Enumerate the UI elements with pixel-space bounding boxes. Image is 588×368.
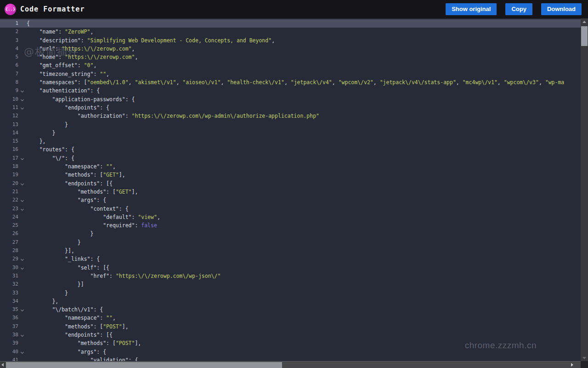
- plain-token: "methods": [: [27, 172, 103, 178]
- code-text: "methods": ["GET"],: [27, 188, 138, 196]
- plain-token: "\/": {: [27, 155, 74, 161]
- string-token: "0": [84, 62, 94, 69]
- code-text: "methods": ["POST"],: [27, 322, 129, 331]
- plain-token: ,: [113, 163, 116, 170]
- scroll-left-button[interactable]: [0, 362, 6, 368]
- copy-button[interactable]: Copy: [505, 3, 532, 15]
- code-line[interactable]: 40 "args": {: [0, 348, 581, 356]
- code-line[interactable]: 34 },: [0, 297, 581, 305]
- code-line[interactable]: 23 "context": {: [0, 205, 581, 213]
- code-line[interactable]: 1{: [0, 19, 581, 28]
- fold-toggle[interactable]: [18, 305, 27, 314]
- code-line[interactable]: 28 }],: [0, 247, 581, 255]
- code-line[interactable]: 14 }: [0, 129, 581, 137]
- scroll-up-button[interactable]: [581, 18, 588, 25]
- fold-gutter: [18, 280, 27, 288]
- show-original-button[interactable]: Show original: [446, 3, 497, 15]
- plain-token: "_links": {: [27, 256, 100, 262]
- fold-toggle[interactable]: [18, 95, 27, 104]
- code-line[interactable]: 12 "authorization": "https:\/\/zerowp.co…: [0, 112, 581, 120]
- download-button[interactable]: Download: [541, 3, 582, 15]
- code-line[interactable]: 29 "_links": {: [0, 255, 581, 263]
- line-number: 16: [0, 145, 18, 154]
- line-number: 18: [0, 162, 18, 171]
- code-line[interactable]: 22 "args": {: [0, 196, 581, 204]
- code-line[interactable]: 31 "href": "https:\/\/zerowp.com\/wp-jso…: [0, 272, 581, 280]
- code-line[interactable]: 8 "namespaces": ["oembed\/1.0", "akismet…: [0, 78, 581, 86]
- code-line[interactable]: 24 "default": "view",: [0, 213, 581, 221]
- plain-token: ,: [456, 79, 463, 86]
- code-line[interactable]: 13 }: [0, 121, 581, 129]
- code-line[interactable]: 33 }: [0, 289, 581, 297]
- fold-toggle[interactable]: [18, 154, 27, 162]
- string-token: "mc4wp\/v1": [463, 79, 498, 86]
- fold-toggle[interactable]: [18, 331, 27, 339]
- code-line[interactable]: 39 "methods": ["POST"],: [0, 339, 581, 347]
- code-text: }]: [27, 280, 84, 288]
- fold-toggle[interactable]: [18, 86, 27, 95]
- plain-token: ],: [122, 323, 129, 330]
- fold-toggle[interactable]: [18, 255, 27, 263]
- code-line[interactable]: 36 "namespace": "",: [0, 314, 581, 322]
- chevron-down-icon: [21, 308, 24, 311]
- fold-toggle[interactable]: [18, 264, 27, 272]
- line-number: 23: [0, 205, 18, 213]
- chevron-down-icon: [21, 89, 24, 92]
- code-text: "namespaces": ["oembed\/1.0", "akismet\/…: [27, 78, 564, 86]
- code-line[interactable]: 2 "name": "ZeroWP",: [0, 28, 581, 36]
- horizontal-scrollbar-thumb[interactable]: [6, 362, 282, 368]
- line-number: 5: [0, 53, 18, 61]
- fold-gutter: [18, 28, 27, 36]
- code-line[interactable]: 37 "methods": ["POST"],: [0, 322, 581, 331]
- fold-toggle[interactable]: [18, 196, 27, 204]
- code-text: "timezone_string": "",: [27, 70, 109, 78]
- code-editor[interactable]: 1{2 "name": "ZeroWP",3 "description": "S…: [0, 18, 581, 361]
- code-line[interactable]: 38 "endpoints": [{: [0, 331, 581, 339]
- code-line[interactable]: 32 }]: [0, 280, 581, 288]
- code-line[interactable]: 21 "methods": ["GET"],: [0, 188, 581, 196]
- fold-toggle[interactable]: [18, 104, 27, 112]
- code-line[interactable]: 17 "\/": {: [0, 154, 581, 162]
- code-line[interactable]: 9 "authentication": {: [0, 86, 581, 95]
- string-token: "GET": [116, 189, 132, 195]
- vertical-scrollbar[interactable]: [581, 18, 588, 361]
- line-number: 17: [0, 154, 18, 162]
- code-line[interactable]: 25 "required": false: [0, 221, 581, 230]
- code-line[interactable]: 10 "application-passwords": {: [0, 95, 581, 104]
- code-text: "required": false: [27, 221, 157, 230]
- code-line[interactable]: 6 "gmt_offset": "0",: [0, 61, 581, 69]
- fold-toggle[interactable]: [18, 205, 27, 213]
- code-line[interactable]: 16 "routes": {: [0, 145, 581, 154]
- horizontal-scrollbar[interactable]: [0, 361, 581, 368]
- line-number: 26: [0, 230, 18, 238]
- string-token: "Simplifying Web Development - Code, Con…: [87, 37, 272, 44]
- string-token: "wpcom\/v3": [504, 79, 539, 86]
- code-line[interactable]: 18 "namespace": "",: [0, 162, 581, 171]
- code-line[interactable]: 20 "endpoints": [{: [0, 179, 581, 188]
- scroll-right-button[interactable]: [570, 362, 575, 368]
- code-line[interactable]: 41 "validation": {: [0, 356, 581, 361]
- code-line[interactable]: 35 "\/batch\/v1": {: [0, 305, 581, 314]
- code-line[interactable]: 7 "timezone_string": "",: [0, 70, 581, 78]
- code-line[interactable]: 15 },: [0, 137, 581, 145]
- plain-token: ],: [119, 172, 125, 178]
- code-line[interactable]: 26 }: [0, 230, 581, 238]
- fold-toggle[interactable]: [18, 348, 27, 356]
- code-line[interactable]: 11 "endpoints": {: [0, 104, 581, 112]
- code-text: "url": "https:\/\/zerowp.com",: [27, 45, 135, 53]
- plain-token: "name":: [27, 29, 65, 35]
- code-line[interactable]: 30 "self": [{: [0, 264, 581, 272]
- code-line[interactable]: 3 "description": "Simplifying Web Develo…: [0, 36, 581, 45]
- fold-toggle[interactable]: [18, 179, 27, 188]
- code-line[interactable]: 27 }: [0, 238, 581, 247]
- scroll-down-button[interactable]: [581, 354, 588, 361]
- arrow-down-icon: [582, 357, 586, 359]
- code-line[interactable]: 5 "home": "https:\/\/zerowp.com",: [0, 53, 581, 61]
- string-token: "view": [138, 214, 157, 220]
- code-text: "self": [{: [27, 264, 109, 272]
- code-line[interactable]: 19 "methods": ["GET"],: [0, 171, 581, 179]
- fold-gutter: [18, 188, 27, 196]
- vertical-scrollbar-thumb[interactable]: [581, 26, 588, 46]
- code-line[interactable]: 4 "url": "https:\/\/zerowp.com",: [0, 45, 581, 53]
- chevron-down-icon: [21, 258, 24, 261]
